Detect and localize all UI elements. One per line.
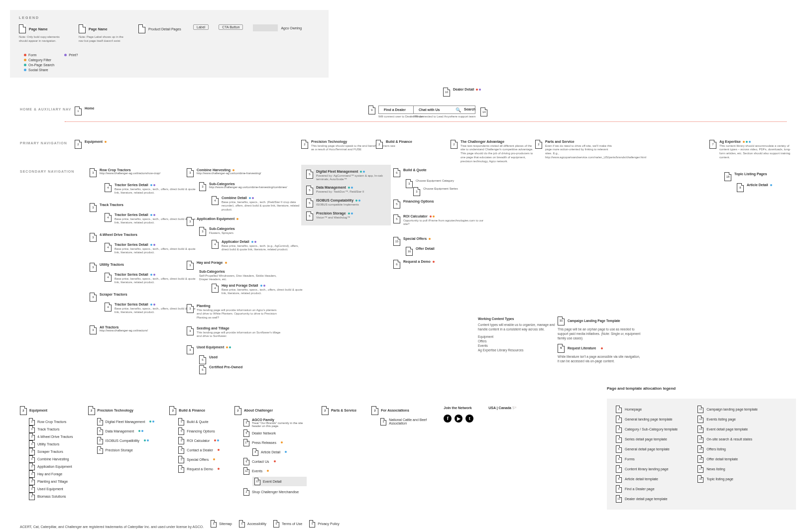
footer-col-social: Join the Network f ▶ t	[444, 406, 473, 423]
node-parts: 2 Parts and ServiceEven if we do need to…	[535, 140, 615, 160]
footer-col-assoc: 2For Associations 5National Cattle and B…	[371, 406, 429, 426]
agco-block: 5Digital Fleet ManagementPowered by: AgC…	[301, 165, 391, 226]
agco-swatch	[253, 24, 278, 31]
node-expertise: 7 Ag ExpertiseThis content library shoul…	[709, 140, 794, 160]
section-secondary: SECONDARY NAVIGATION	[20, 170, 74, 173]
footer-col-precision: 2Precision Technology 5Digital Fleet Man…	[88, 406, 155, 454]
node-advantage: 2 The Challenger AdvantageTree test resp…	[451, 140, 535, 164]
product-detail-icon	[138, 24, 145, 33]
section-primary: PRIMARY NAVIGATION	[20, 141, 67, 145]
node-search: 🔍 Search 14	[456, 107, 487, 116]
page-icon	[19, 24, 26, 33]
page-label-icon	[79, 24, 86, 33]
legend-title: LEGEND	[19, 16, 320, 19]
cta-chip: CTA Button	[219, 24, 243, 30]
node-dealer-detail: 10 Dealer Detail	[443, 88, 481, 97]
footer-col-equipment: 2Equipment 3Row Crop Tractors3Track Trac…	[20, 406, 73, 500]
divider	[65, 121, 787, 122]
footer-col-build: 2Build & Finance 5Build & Quote 5Financi…	[169, 406, 220, 473]
youtube-icon[interactable]: ▶	[455, 415, 462, 423]
footer-col-locale: USA | Canada 🏳️	[488, 406, 517, 410]
footer-sitemap: 2Equipment 3Row Crop Tractors3Track Trac…	[10, 401, 597, 532]
facebook-icon[interactable]: f	[444, 415, 452, 423]
twitter-icon[interactable]: t	[465, 415, 473, 423]
legend-panel: LEGEND Page Name Note: Only bold copy el…	[10, 10, 329, 78]
section-home-aux: HOME & AUXILIARY NAV	[20, 107, 71, 111]
alloc-title: Page and template allocation legend	[607, 386, 796, 391]
sitemap-canvas: HOME & AUXILIARY NAV PRIMARY NAVIGATION …	[10, 88, 797, 386]
footer-col-about: 2About Challenger 5AGCO FamilyTreat "Our…	[234, 406, 307, 496]
working-content-types: Working Content Types Content types will…	[478, 317, 563, 353]
node-build: 2 Build & Finance	[376, 140, 412, 149]
footer-col-parts: 2Parts & Service	[322, 406, 356, 416]
node-equipment: 2 Equipment	[75, 140, 107, 149]
label-chip: Label	[193, 24, 209, 30]
flag-icon: 🏳️	[512, 406, 517, 410]
allocation-legend: 1Homepage2General landing page template3…	[607, 399, 796, 510]
search-icon: 🔍	[456, 107, 461, 112]
node-home: 1 Home	[75, 106, 94, 115]
